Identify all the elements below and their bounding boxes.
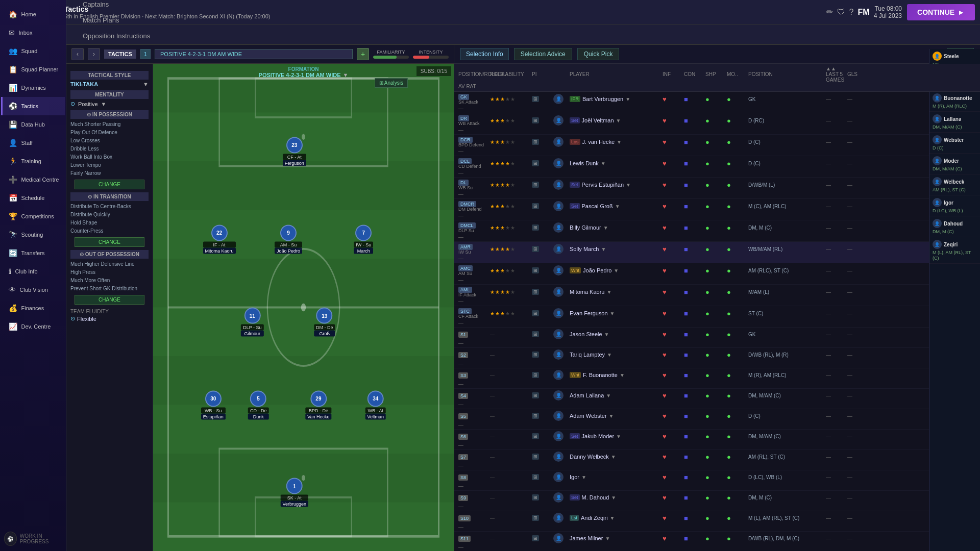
sidebar-item-scouting[interactable]: 🔭Scouting xyxy=(1,226,65,244)
player-node-estupinan[interactable]: 30 WB - Su Estupiñan xyxy=(201,390,226,419)
sidebar-item-training[interactable]: 🏃Training xyxy=(1,152,65,170)
pi-cell-13: ⊞ xyxy=(532,372,552,378)
quick-pick-btn[interactable]: Quick Pick xyxy=(577,48,620,60)
help-icon[interactable]: ? xyxy=(849,8,854,17)
gls-cell-17: — xyxy=(847,454,878,460)
table-row[interactable]: S1 — ⊞ 👤 Jason Steele ▼ ♥ ■ ● ● GK — — — xyxy=(454,328,980,348)
sidebar-item-club-vision[interactable]: 👁Club Vision xyxy=(1,281,65,299)
mo-cell-2: ● xyxy=(727,138,747,146)
player-node-kaoru[interactable]: 22 IF - At Mitoma Kaoru xyxy=(203,224,236,254)
player-node-vanheck[interactable]: 29 BPD - De Van Hecke xyxy=(305,390,331,419)
selection-advice-btn[interactable]: Selection Advice xyxy=(514,48,572,60)
table-row[interactable]: S10 — ⊞ 👤 Lst Andi Zeqiri ▼ ♥ ■ ● ● M (L… xyxy=(454,511,980,532)
inf-cell-21: ♥ xyxy=(663,535,683,542)
sidebar-item-club-info[interactable]: ℹClub Info xyxy=(1,262,65,281)
table-row[interactable]: AMC AM Su ★★★★★ ⊞ 👤 Wnt João Pedro ▼ ♥ ■… xyxy=(454,263,980,285)
in-transition-change-btn[interactable]: CHANGE xyxy=(75,237,145,247)
heart-icon-4: ♥ xyxy=(663,181,667,189)
sidebar-item-squad-planner[interactable]: 📋Squad Planner xyxy=(1,60,65,79)
table-row[interactable]: DCR BPD Defend ★★★★★ ⊞ 👤 Los J. van Heck… xyxy=(454,135,980,156)
player-node-joaopedro[interactable]: 9 AM - Su João Pedro xyxy=(275,224,302,254)
table-row[interactable]: S7 — ⊞ 👤 Danny Welbeck ▼ ♥ ■ ● ● AM (RL)… xyxy=(454,450,980,470)
sq-icon-17: ■ xyxy=(684,453,688,461)
formation-selector[interactable]: POSITIVE 4-2-3-1 DM AM WIDE xyxy=(155,49,353,59)
tactics-toolbar: ‹ › TACTICS 1 POSITIVE 4-2-3-1 DM AM WID… xyxy=(66,45,454,64)
sidebar-item-staff[interactable]: 👤Staff xyxy=(1,134,65,152)
table-row[interactable]: S2 — ⊞ 👤 Tariq Lamptey ▼ ♥ ■ ● ● D/WB (R… xyxy=(454,348,980,368)
sidebar-item-finances[interactable]: 💰Finances xyxy=(1,299,65,317)
sidebar-item-transfers[interactable]: 🔄Transfers xyxy=(1,244,65,262)
out-possession-change-btn[interactable]: CHANGE xyxy=(75,295,145,305)
sidebar-label-staff: Staff xyxy=(21,140,33,146)
avatar-cell-5: 👤 xyxy=(553,201,569,211)
shield-icon[interactable]: 🛡 xyxy=(837,8,845,17)
table-row[interactable]: DMCL DLP Su ★★★★★ ⊞ 👤 Billy Gilmour ▼ ♥ … xyxy=(454,220,980,242)
sidebar-item-home[interactable]: 🏠Home xyxy=(1,5,65,23)
table-row[interactable]: DR WB Attack ★★★★★ ⊞ 👤 Set Joël Veltman … xyxy=(454,113,980,135)
tab-captains[interactable]: Captains xyxy=(75,0,158,13)
tab-opposition[interactable]: Opposition Instructions xyxy=(75,28,158,45)
table-row[interactable]: S4 — ⊞ 👤 Adam Lallana ▼ ♥ ■ ● ● DM, M/AM… xyxy=(454,389,980,409)
sidebar-item-squad[interactable]: 👥Squad xyxy=(1,42,65,60)
sidebar-item-tactics[interactable]: ⚽Tactics xyxy=(1,97,65,115)
player-node-ferguson[interactable]: 23 CF - At Ferguson xyxy=(283,137,306,166)
pos-badge-17: S7 xyxy=(458,454,468,460)
player-node-gilmour[interactable]: 11 DLP - Su Gilmour xyxy=(241,308,263,337)
edit-icon[interactable]: ✏ xyxy=(826,7,833,17)
last5-cell-16: — xyxy=(826,434,846,439)
table-row[interactable]: STC CF Attack ★★★★★ ⊞ 👤 Evan Ferguson ▼ … xyxy=(454,306,980,328)
player-node-march[interactable]: 7 IW - Su March xyxy=(354,224,373,254)
col-mo: MO.. xyxy=(727,71,747,77)
mo-circle-6: ● xyxy=(727,224,731,232)
table-row[interactable]: DL WB Su ★★★★★ ⊞ 👤 Set Pervis Estupiñan … xyxy=(454,178,980,199)
style-arrow[interactable]: ▼ xyxy=(143,81,149,87)
right-panel: Selection Info Selection Advice Quick Pi… xyxy=(454,45,980,551)
continue-button[interactable]: CONTINUE ► xyxy=(907,4,975,20)
sidebar-item-dynamics[interactable]: 📊Dynamics xyxy=(1,79,65,97)
tactics-back-btn[interactable]: ‹ xyxy=(71,48,84,60)
table-row[interactable]: S3 — ⊞ 👤 Wnt F. Buonanotte ▼ ♥ ■ ● ● M (… xyxy=(454,368,980,389)
table-row[interactable]: GK SK Attack ★★★★★ ⊞ 👤 IPR Bart Verbrugg… xyxy=(454,92,980,113)
table-row[interactable]: S11 — ⊞ 👤 James Milner ▼ ♥ ■ ● ● D/WB (R… xyxy=(454,532,980,551)
shirt-number-gros: 13 xyxy=(322,313,327,318)
name-dunk: Dunk xyxy=(248,413,269,419)
intensity-fill xyxy=(413,56,429,59)
circle-icon-13: ● xyxy=(705,371,709,379)
sidebar-item-inbox[interactable]: ✉Inbox xyxy=(1,23,65,42)
table-row[interactable]: S6 — ⊞ 👤 Set Jakub Moder ▼ ♥ ■ ● ● DM, M… xyxy=(454,430,980,450)
sidebar-item-dev-centre[interactable]: 📈Dev. Centre xyxy=(1,317,65,336)
player-node-veltman[interactable]: 34 WB - At Veltman xyxy=(365,390,386,419)
sidebar-item-schedule[interactable]: 📅Schedule xyxy=(1,189,65,207)
training-icon: 🏃 xyxy=(9,157,17,165)
sidebar-item-competitions[interactable]: 🏆Competitions xyxy=(1,207,65,226)
table-row[interactable]: S5 — ⊞ 👤 Adam Webster ▼ ♥ ■ ● ● D (C) — … xyxy=(454,409,980,430)
player-node-verbruggen[interactable]: 1 SK - At Verbruggen xyxy=(281,478,309,507)
tactics-settings: TACTICAL STYLE TIKI-TAKA ▼ MENTALITY ⊙ P… xyxy=(66,64,153,551)
selection-info-dropdown[interactable]: Selection Info xyxy=(460,48,509,60)
analysis-button[interactable]: ⊞ Analysis xyxy=(375,78,408,88)
mentality-arrow[interactable]: ▼ xyxy=(101,101,107,107)
add-tactic-btn[interactable]: + xyxy=(357,48,369,60)
heart-icon-1: ♥ xyxy=(663,117,667,124)
table-row[interactable]: DMCR DM Defend ★★★★★ ⊞ 👤 Set Pascal Groß… xyxy=(454,199,980,220)
players-table: POSITION/ROLE/DU.. ROLE ABILITY PI PLAYE… xyxy=(454,64,980,551)
table-row[interactable]: AMR IW Su ★★★★★ ⊞ 👤 Solly March ▼ ♥ ■ ● … xyxy=(454,242,980,263)
table-row[interactable]: AML IF Attack ★★★★★ ⊞ 👤 Mitoma Kaoru ▼ ♥… xyxy=(454,285,980,306)
table-row[interactable]: S9 — ⊞ 👤 Set M. Dahoud ▼ ♥ ■ ● ● DM, M (… xyxy=(454,491,980,511)
table-row[interactable]: DCL CD Defend ★★★★★ ⊞ 👤 Lewis Dunk ▼ ♥ ■… xyxy=(454,156,980,178)
intensity-block: INTENSITY xyxy=(413,49,449,59)
player-node-gros[interactable]: 13 DM - De Groß xyxy=(314,308,335,337)
position-cell-9: M/AM (L) xyxy=(748,289,825,295)
svg-rect-2 xyxy=(153,161,454,210)
tab-match-plans[interactable]: Match Plans xyxy=(75,12,158,29)
con-cell-13: ■ xyxy=(684,371,704,379)
in-possession-change-btn[interactable]: CHANGE xyxy=(75,180,145,189)
role-veltman: WB - At xyxy=(365,407,386,413)
sidebar-item-medical[interactable]: ➕Medical Centre xyxy=(1,170,65,189)
role-joaopedro: AM - Su xyxy=(275,241,302,247)
tactics-forward-btn[interactable]: › xyxy=(88,48,100,60)
table-row[interactable]: S8 — ⊞ 👤 Igor ▼ ♥ ■ ● ● D (LC), WB (L) —… xyxy=(454,470,980,491)
sidebar-item-data-hub[interactable]: 💾Data Hub xyxy=(1,115,65,134)
in-possession-item: Work Ball Into Box xyxy=(70,153,149,161)
player-node-dunk[interactable]: 5 CD - De Dunk xyxy=(248,390,269,419)
